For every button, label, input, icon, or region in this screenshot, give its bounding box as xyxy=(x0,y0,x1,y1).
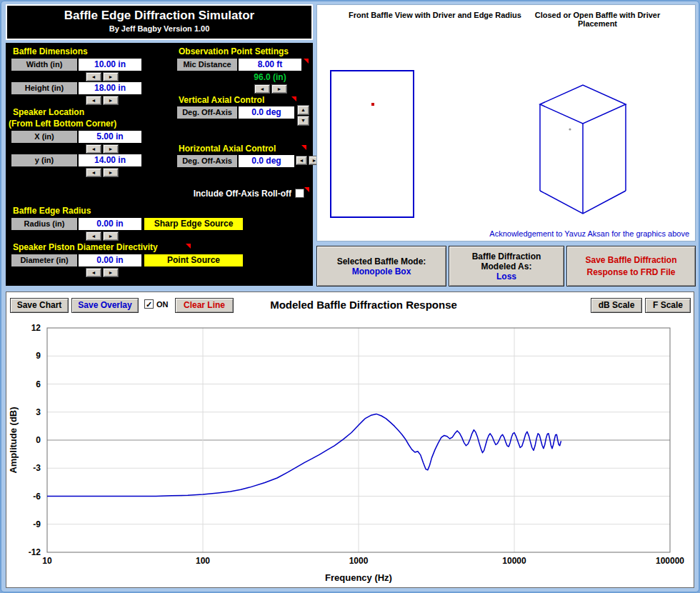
mic-distance-inches: 96.0 (in) xyxy=(239,72,301,82)
horizontal-offaxis-label: Deg. Off-Axis xyxy=(177,155,237,167)
svg-text:100000: 100000 xyxy=(656,556,684,566)
width-label: Width (in) xyxy=(11,59,77,71)
radius-value[interactable]: 0.00 in xyxy=(79,218,141,230)
x-spin-right-button[interactable]: ► xyxy=(103,144,119,154)
height-value[interactable]: 18.00 in xyxy=(79,82,141,94)
modeled-as-value: Loss xyxy=(496,271,516,281)
front-baffle-caption: Front Baffle View with Driver and Edge R… xyxy=(342,11,528,19)
comment-marker-icon xyxy=(304,59,309,64)
spin-right-icon: ► xyxy=(109,146,114,151)
app-title: Baffle Edge Diffraction Simulator xyxy=(7,6,311,23)
save-frd-button[interactable]: Save Baffle Diffraction Response to FRD … xyxy=(566,246,696,286)
control-panel: Baffle Dimensions Width (in) 10.00 in ◄ … xyxy=(6,43,313,286)
y-label: y (in) xyxy=(11,154,77,166)
width-spin-left-button[interactable]: ◄ xyxy=(86,72,101,81)
piston-source-mode-badge: Point Source xyxy=(144,254,243,266)
spin-left-icon: ◄ xyxy=(91,270,96,275)
svg-text:6: 6 xyxy=(36,379,41,389)
on-checkbox[interactable]: ✓ xyxy=(144,299,154,309)
heading-speaker-location: Speaker Location xyxy=(13,107,84,117)
speaker-location-subheading: (From Left Bottom Corner) xyxy=(9,119,116,129)
svg-text:Frequency (Hz): Frequency (Hz) xyxy=(325,572,392,583)
heading-piston-directivity: Speaker Piston Diameter Directivity xyxy=(13,242,158,252)
save-frd-button-label: Save Baffle Diffraction Response to FRD … xyxy=(573,254,689,277)
rolloff-checkbox[interactable] xyxy=(295,189,304,198)
diameter-spinner: ◄ ► xyxy=(86,268,119,277)
height-label: Height (in) xyxy=(11,82,77,94)
mic-distance-spinner: ◄ ► xyxy=(254,84,287,94)
radius-spin-right-button[interactable]: ► xyxy=(103,231,119,241)
vertical-offaxis-value[interactable]: 0.0 deg xyxy=(239,106,294,119)
app-window: Baffle Edge Diffraction Simulator By Jef… xyxy=(0,0,700,593)
diameter-spin-left-button[interactable]: ◄ xyxy=(86,268,101,277)
save-chart-button[interactable]: Save Chart xyxy=(10,298,69,313)
mic-spin-right-button[interactable]: ► xyxy=(271,84,287,94)
y-value[interactable]: 14.00 in xyxy=(79,154,141,166)
spin-down-icon: ▼ xyxy=(301,118,306,123)
height-spin-left-button[interactable]: ◄ xyxy=(86,96,101,105)
y-spin-left-button[interactable]: ◄ xyxy=(86,168,101,177)
graphics-panel: Front Baffle View with Driver and Edge R… xyxy=(316,4,696,241)
driver-position-dot xyxy=(371,103,374,106)
x-spinner: ◄ ► xyxy=(86,144,119,154)
svg-text:100: 100 xyxy=(196,556,210,566)
comment-marker-icon xyxy=(186,244,191,249)
heading-baffle-edge-radius: Baffle Edge Radius xyxy=(13,206,91,216)
modeled-as-label: Baffle Diffraction Modeled As: xyxy=(460,251,553,271)
enclosure-box-drawing xyxy=(528,76,642,219)
spin-left-icon: ◄ xyxy=(91,170,96,175)
overlay-on-toggle: ✓ ON xyxy=(144,299,169,309)
radius-spinner: ◄ ► xyxy=(86,231,119,241)
f-scale-button[interactable]: F Scale xyxy=(645,298,691,313)
chart-title: Modeled Baffle Diffraction Response xyxy=(214,299,514,311)
enclosure-caption: Closed or Open Baffle with Driver Placem… xyxy=(521,11,674,28)
mic-spin-left-button[interactable]: ◄ xyxy=(254,84,270,94)
baffle-mode-panel: Selected Baffle Mode: Monopole Box xyxy=(316,246,446,286)
edge-source-mode-badge: Sharp Edge Source xyxy=(144,218,243,230)
y-spin-right-button[interactable]: ► xyxy=(103,168,119,177)
mic-distance-label: Mic Distance xyxy=(177,59,237,71)
spin-left-icon: ◄ xyxy=(91,234,96,239)
spin-left-icon: ◄ xyxy=(91,74,96,79)
app-subtitle: By Jeff Bagby Version 1.00 xyxy=(7,23,311,33)
spin-right-icon: ► xyxy=(109,98,114,103)
width-value[interactable]: 10.00 in xyxy=(79,59,141,71)
radius-spin-left-button[interactable]: ◄ xyxy=(86,231,101,241)
comment-marker-icon xyxy=(291,96,296,101)
spin-left-icon: ◄ xyxy=(91,98,96,103)
svg-text:9: 9 xyxy=(36,351,41,361)
comment-marker-icon xyxy=(301,145,306,150)
heading-vertical-axial: Vertical Axial Control xyxy=(179,95,264,105)
diameter-value[interactable]: 0.00 in xyxy=(79,254,141,266)
svg-text:10000: 10000 xyxy=(502,556,526,566)
box-driver-dot xyxy=(569,128,571,130)
save-overlay-button[interactable]: Save Overlay xyxy=(71,298,139,313)
spin-left-icon: ◄ xyxy=(91,146,96,151)
check-icon: ✓ xyxy=(146,300,152,309)
on-label: ON xyxy=(156,300,169,309)
vertical-spin-up-button[interactable]: ▲ xyxy=(297,105,309,115)
chart-panel: Save Chart Save Overlay ✓ ON Clear Line … xyxy=(6,291,694,588)
comment-marker-icon xyxy=(304,187,309,192)
heading-horizontal-axial: Horizontal Axial Control xyxy=(179,144,276,154)
baffle-mode-label: Selected Baffle Mode: xyxy=(337,256,426,266)
x-label: X (in) xyxy=(11,131,77,143)
mic-distance-value[interactable]: 8.00 ft xyxy=(239,59,301,71)
svg-text:-3: -3 xyxy=(33,463,41,473)
diameter-spin-right-button[interactable]: ► xyxy=(103,268,119,277)
db-scale-button[interactable]: dB Scale xyxy=(591,298,642,313)
x-value[interactable]: 5.00 in xyxy=(79,131,141,143)
svg-text:-9: -9 xyxy=(33,519,41,529)
width-spin-right-button[interactable]: ► xyxy=(103,72,119,81)
front-baffle-outline xyxy=(330,70,414,218)
horizontal-offaxis-value[interactable]: 0.0 deg xyxy=(239,155,294,167)
spin-up-icon: ▲ xyxy=(301,107,306,112)
vertical-spin-down-button[interactable]: ▼ xyxy=(297,116,309,126)
x-spin-left-button[interactable]: ◄ xyxy=(86,144,101,154)
spin-left-icon: ◄ xyxy=(260,86,265,91)
horizontal-spin-left-button[interactable]: ◄ xyxy=(296,156,307,165)
height-spin-right-button[interactable]: ► xyxy=(103,96,119,105)
spin-right-icon: ► xyxy=(109,270,114,275)
svg-text:10: 10 xyxy=(42,556,52,566)
baffle-mode-value: Monopole Box xyxy=(352,266,411,276)
